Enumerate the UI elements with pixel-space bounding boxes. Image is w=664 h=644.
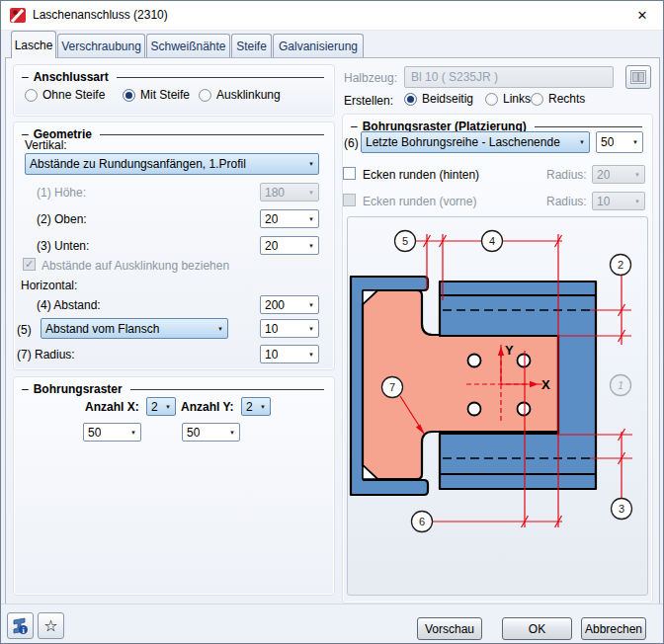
chevron-down-icon: ▼ <box>304 161 318 167</box>
anzahl-x-combo[interactable]: 2 ▼ <box>146 397 176 416</box>
anzahl-y-label: Anzahl Y: <box>181 400 234 414</box>
ecken-vorne-checkbox <box>343 194 356 206</box>
vertikal-label: Vertikal: <box>25 138 67 152</box>
abstand-label: (4) Abstand: <box>37 298 101 312</box>
group-anschlussart-title: Anschlussart <box>34 70 109 84</box>
radio-beidseitig-circle <box>404 93 417 106</box>
radio-mit-steife[interactable]: Mit Steife <box>123 88 190 102</box>
close-icon[interactable]: ✕ <box>629 5 655 26</box>
laschenanschluss-dialog: Laschenanschluss (2310) ✕ Lasche Verschr… <box>0 0 664 644</box>
bolt-hole <box>468 403 481 416</box>
radio-ohne-steife[interactable]: Ohne Steife <box>25 88 105 102</box>
tab-schweissnaehte[interactable]: Schweißnähte <box>146 34 230 57</box>
balloon-3: 3 <box>619 503 624 515</box>
favorites-button[interactable]: ☆ <box>38 612 64 639</box>
radio-links-label: Links <box>503 92 531 106</box>
balloon-7: 7 <box>389 381 395 393</box>
bolt-hole <box>518 403 531 416</box>
pos5-label: (5) <box>17 323 32 337</box>
pos5-number-combo[interactable]: 10 ▼ <box>260 319 319 338</box>
balloon-4: 4 <box>489 235 495 247</box>
radio-links[interactable]: Links <box>485 92 531 106</box>
oben-value: 20 <box>265 212 278 226</box>
tab-lasche[interactable]: Lasche <box>11 31 56 58</box>
pos5-combo-value: Abstand vom Flansch <box>45 322 159 336</box>
unten-value: 20 <box>265 239 278 253</box>
profile-info-button[interactable]: i <box>7 612 34 639</box>
radio-rechts-label: Rechts <box>548 92 585 106</box>
vorschau-button[interactable]: Vorschau <box>417 617 482 640</box>
radio-rechts-circle <box>531 93 543 106</box>
star-icon: ☆ <box>43 616 57 635</box>
pos5-combo[interactable]: Abstand vom Flansch ▼ <box>41 318 228 339</box>
drawing-svg: X Y 5 4 2 1 3 6 7 <box>348 217 647 595</box>
pos6-number-combo[interactable]: 50 ▼ <box>596 131 643 153</box>
radio-ohne-steife-label: Ohne Steife <box>42 88 105 102</box>
chevron-down-icon: ▼ <box>304 302 318 308</box>
halbzeug-catalog-button[interactable] <box>625 65 651 89</box>
balloon-1: 1 <box>618 379 623 391</box>
chevron-down-icon: ▼ <box>630 199 644 204</box>
radio-mit-steife-label: Mit Steife <box>140 88 190 102</box>
abbrechen-button[interactable]: Abbrechen <box>581 617 646 640</box>
connection-preview-drawing: X Y 5 4 2 1 3 6 7 <box>347 216 648 596</box>
pos6-combo[interactable]: Letzte Bohrungsreihe - Laschenende ▼ <box>361 131 590 153</box>
abstand-x-combo[interactable]: 50 ▼ <box>83 423 141 442</box>
abstand-x-value: 50 <box>88 426 101 440</box>
hoehe-label: (1) Höhe: <box>37 186 86 200</box>
axis-y-label: Y <box>505 343 514 358</box>
unten-combo[interactable]: 20 ▼ <box>260 236 319 255</box>
vertikal-combo-value: Abstände zu Rundungsanfängen, 1.Profil <box>30 157 246 171</box>
anzahl-y-combo[interactable]: 2 ▼ <box>241 397 271 416</box>
hoehe-combo: 180 ▼ <box>260 183 319 201</box>
balloon-5: 5 <box>402 235 408 247</box>
hinten-radius-label: Radius: <box>546 168 587 182</box>
tab-steife[interactable]: Steife <box>231 34 272 57</box>
ecken-hinten-label: Ecken runden (hinten) <box>363 168 479 182</box>
abstand-y-combo[interactable]: 50 ▼ <box>182 423 240 442</box>
collapse-icon: – <box>22 70 29 84</box>
chevron-down-icon: ▼ <box>304 243 318 249</box>
oben-label: (2) Oben: <box>37 212 87 226</box>
catalog-icon <box>630 70 646 84</box>
anzahl-x-label: Anzahl X: <box>85 400 139 414</box>
halbzeug-field: Bl 10 ( S235JR ) <box>404 66 614 88</box>
chevron-down-icon: ▼ <box>304 216 318 222</box>
radio-rechts[interactable]: Rechts <box>531 92 585 106</box>
chevron-down-icon: ▼ <box>304 190 318 196</box>
radius7-combo[interactable]: 10 ▼ <box>260 345 319 363</box>
chevron-down-icon: ▼ <box>256 404 270 410</box>
halbzeug-label: Halbzeug: <box>344 71 397 85</box>
collapse-icon: – <box>351 120 358 133</box>
chevron-down-icon: ▼ <box>630 172 644 178</box>
oben-combo[interactable]: 20 ▼ <box>260 209 319 228</box>
ecken-hinten-checkbox[interactable] <box>343 167 356 180</box>
radio-beidseitig[interactable]: Beidseitig <box>404 92 473 106</box>
erstellen-label: Erstellen: <box>344 94 393 108</box>
tab-verschraubung[interactable]: Verschraubung <box>57 34 145 57</box>
hinten-radius-value: 20 <box>597 168 610 182</box>
group-bohrungsraster-title: Bohrungsraster <box>34 382 123 396</box>
radio-ausklinkung-circle <box>199 89 211 102</box>
chevron-down-icon: ▼ <box>304 326 318 332</box>
radio-ausklinkung[interactable]: Ausklinkung <box>199 88 281 102</box>
chevron-down-icon: ▼ <box>575 139 589 145</box>
bolt-hole <box>468 355 481 367</box>
title-bar: Laschenanschluss (2310) ✕ <box>1 1 663 31</box>
app-icon <box>10 7 27 24</box>
beam-info-icon: i <box>11 616 30 635</box>
pos6-label: (6) <box>344 136 359 150</box>
chevron-down-icon: ▼ <box>126 430 140 436</box>
ok-button[interactable]: OK <box>502 617 572 640</box>
balloon-2: 2 <box>618 259 623 271</box>
vertikal-combo[interactable]: Abstände zu Rundungsanfängen, 1.Profil ▼ <box>25 153 319 175</box>
radio-beidseitig-label: Beidseitig <box>422 92 473 106</box>
bolt-hole <box>518 355 531 367</box>
anzahl-x-value: 2 <box>151 400 158 414</box>
chevron-down-icon: ▼ <box>304 352 318 358</box>
abstand-combo[interactable]: 200 ▼ <box>260 295 319 314</box>
radio-ohne-steife-circle <box>25 89 38 102</box>
vorne-radius-label: Radius: <box>546 195 587 208</box>
unten-label: (3) Unten: <box>37 239 89 253</box>
tab-galvanisierung[interactable]: Galvanisierung <box>273 34 364 57</box>
